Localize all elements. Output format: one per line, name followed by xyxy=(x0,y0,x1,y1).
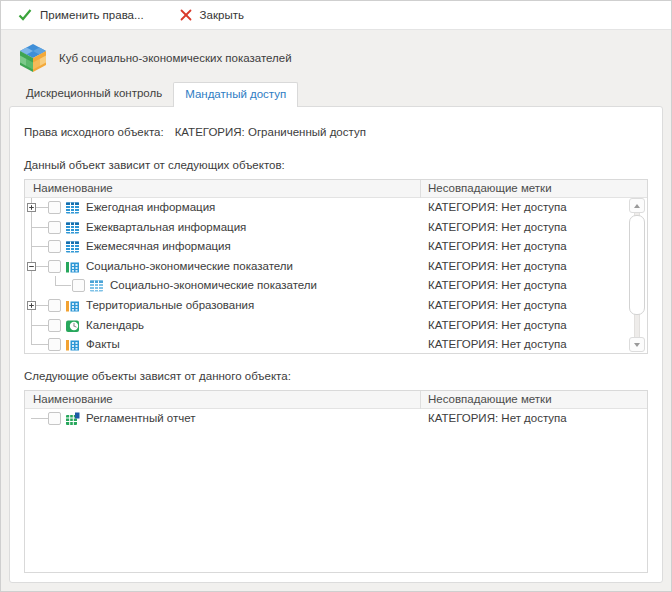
source-rights-value: КАТЕГОРИЯ: Ограниченный доступ xyxy=(175,126,366,138)
scroll-up-button[interactable] xyxy=(629,198,645,213)
table-blue-icon xyxy=(65,221,80,235)
expand-icon[interactable] xyxy=(27,301,36,310)
vertical-scrollbar[interactable] xyxy=(629,198,645,352)
row-labels-value: КАТЕГОРИЯ: Нет доступа xyxy=(428,279,567,291)
row-labels-value: КАТЕГОРИЯ: Нет доступа xyxy=(428,338,567,350)
dependencies-table-header: Наименование Несовпадающие метки xyxy=(25,180,647,198)
tree-connector xyxy=(31,325,48,326)
apply-rights-label: Применить права... xyxy=(40,9,144,21)
row-labels-value: КАТЕГОРИЯ: Нет доступа xyxy=(428,412,567,424)
close-button[interactable]: Закрыть xyxy=(174,5,250,25)
row-checkbox[interactable] xyxy=(48,240,61,253)
toolbar: Применить права... Закрыть xyxy=(1,1,671,30)
apply-rights-button[interactable]: Применить права... xyxy=(12,5,150,25)
calendar-icon xyxy=(65,319,80,333)
dim-green-icon xyxy=(65,260,80,274)
tree-connector xyxy=(31,227,48,228)
row-label[interactable]: Социально-экономические показатели xyxy=(110,279,317,291)
row-label[interactable]: Регламентный отчет xyxy=(86,412,195,424)
dependencies-section-label: Данный объект зависит от следующих объек… xyxy=(24,159,648,171)
table-row[interactable]: Территориальные образованияКАТЕГОРИЯ: Не… xyxy=(25,296,647,316)
row-checkbox[interactable] xyxy=(48,201,61,214)
row-checkbox[interactable] xyxy=(48,319,61,332)
column-header-labels[interactable]: Несовпадающие метки xyxy=(428,182,552,194)
row-checkbox[interactable] xyxy=(48,221,61,234)
dependents-table-body: Регламентный отчетКАТЕГОРИЯ: Нет доступа xyxy=(25,409,647,572)
row-labels-value: КАТЕГОРИЯ: Нет доступа xyxy=(428,201,567,213)
table-blue-icon xyxy=(65,240,80,254)
cube-icon xyxy=(17,43,49,73)
checkmark-icon xyxy=(18,9,32,21)
table-row[interactable]: КалендарьКАТЕГОРИЯ: Нет доступа xyxy=(25,316,647,336)
row-labels-value: КАТЕГОРИЯ: Нет доступа xyxy=(428,299,567,311)
table-row[interactable]: Социально-экономические показателиКАТЕГО… xyxy=(25,276,647,296)
tree-connector xyxy=(31,344,48,345)
row-label[interactable]: Социально-экономические показатели xyxy=(86,260,293,272)
row-label[interactable]: Календарь xyxy=(86,319,144,331)
row-labels-value: КАТЕГОРИЯ: Нет доступа xyxy=(428,240,567,252)
column-divider xyxy=(420,180,421,198)
row-checkbox[interactable] xyxy=(72,279,85,292)
source-rights-label: Права исходного объекта: xyxy=(24,126,164,138)
mandatory-access-panel: Права исходного объекта:КАТЕГОРИЯ: Огран… xyxy=(9,106,663,583)
column-divider xyxy=(420,391,421,409)
table-light-icon xyxy=(89,279,104,293)
row-labels-value: КАТЕГОРИЯ: Нет доступа xyxy=(428,260,567,272)
column-header-name[interactable]: Наименование xyxy=(33,182,113,194)
close-icon xyxy=(180,9,192,21)
table-row[interactable]: ФактыКАТЕГОРИЯ: Нет доступа xyxy=(25,335,647,354)
source-object-rights: Права исходного объекта:КАТЕГОРИЯ: Огран… xyxy=(24,126,648,138)
tab-discretionary-control[interactable]: Дискреционный контроль xyxy=(15,82,173,106)
tree-connector xyxy=(36,305,48,306)
dependents-table-header: Наименование Несовпадающие метки xyxy=(25,391,647,409)
object-header: Куб социально-экономических показателей xyxy=(1,30,671,81)
scroll-down-button[interactable] xyxy=(629,337,645,352)
row-label[interactable]: Ежеквартальная информация xyxy=(86,221,246,233)
row-label[interactable]: Факты xyxy=(86,338,120,350)
table-row[interactable]: Социально-экономические показателиКАТЕГО… xyxy=(25,257,647,277)
row-label[interactable]: Территориальные образования xyxy=(86,299,254,311)
collapse-icon[interactable] xyxy=(27,262,36,271)
tab-bar: Дискреционный контроль Мандатный доступ xyxy=(1,81,671,106)
object-title: Куб социально-экономических показателей xyxy=(59,52,292,64)
row-checkbox[interactable] xyxy=(48,412,61,425)
close-label: Закрыть xyxy=(200,9,244,21)
table-row[interactable]: Ежемесячная информацияКАТЕГОРИЯ: Нет дос… xyxy=(25,237,647,257)
column-header-labels[interactable]: Несовпадающие метки xyxy=(428,393,552,405)
expand-icon[interactable] xyxy=(27,203,36,212)
row-labels-value: КАТЕГОРИЯ: Нет доступа xyxy=(428,221,567,233)
arrow-up-icon xyxy=(634,204,640,208)
row-checkbox[interactable] xyxy=(48,260,61,273)
tab-mandatory-access[interactable]: Мандатный доступ xyxy=(173,82,298,107)
dependents-section-label: Следующие объекты зависят от данного объ… xyxy=(24,370,648,382)
row-label[interactable]: Ежегодная информация xyxy=(86,201,215,213)
tree-connector xyxy=(36,207,48,208)
tree-connector xyxy=(31,418,48,419)
report-icon xyxy=(65,412,80,426)
dependents-table: Наименование Несовпадающие метки Регламе… xyxy=(24,390,648,573)
row-labels-value: КАТЕГОРИЯ: Нет доступа xyxy=(428,319,567,331)
tree-connector xyxy=(36,266,48,267)
table-row[interactable]: Ежегодная информацияКАТЕГОРИЯ: Нет досту… xyxy=(25,198,647,218)
row-checkbox[interactable] xyxy=(48,338,61,351)
row-checkbox[interactable] xyxy=(48,299,61,312)
column-header-name[interactable]: Наименование xyxy=(33,393,113,405)
tree-connector xyxy=(55,276,71,286)
tree-connector xyxy=(31,246,48,247)
row-label[interactable]: Ежемесячная информация xyxy=(86,240,231,252)
table-blue-icon xyxy=(65,201,80,215)
table-row[interactable]: Ежеквартальная информацияКАТЕГОРИЯ: Нет … xyxy=(25,218,647,238)
dim-orange-icon xyxy=(65,338,80,352)
dim-orange-icon xyxy=(65,299,80,313)
dependencies-table: Наименование Несовпадающие метки Ежегодн… xyxy=(24,179,648,354)
mandatory-access-dialog: Применить права... Закрыть Куб социально xyxy=(0,0,672,592)
dependencies-table-body: Ежегодная информацияКАТЕГОРИЯ: Нет досту… xyxy=(25,198,647,354)
scrollbar-thumb[interactable] xyxy=(629,215,645,315)
arrow-down-icon xyxy=(634,343,640,347)
table-row[interactable]: Регламентный отчетКАТЕГОРИЯ: Нет доступа xyxy=(25,409,647,429)
